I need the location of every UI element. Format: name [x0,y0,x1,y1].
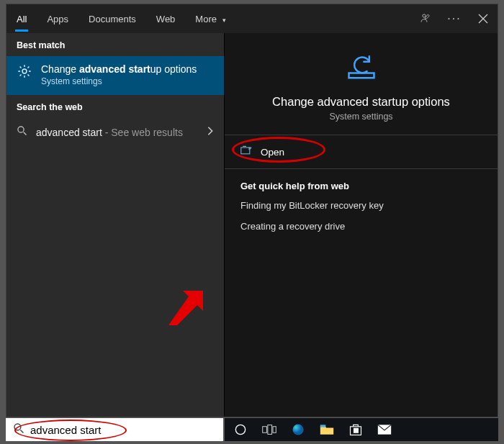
svg-rect-9 [273,427,276,433]
svg-point-10 [293,425,304,435]
search-web-label: Search the web [6,95,224,118]
tab-documents[interactable]: Documents [78,6,146,32]
svg-point-6 [235,425,245,434]
bm-subtitle: System settings [41,76,197,86]
svg-rect-3 [241,148,250,154]
svg-rect-14 [356,428,359,430]
web-result-term: advanced start [36,127,102,138]
feedback-icon[interactable] [411,4,440,33]
svg-rect-11 [320,425,326,427]
svg-point-2 [18,127,24,132]
svg-rect-8 [268,425,272,435]
results-body: Best match Change advanced startup optio… [6,33,498,417]
file-explorer-icon[interactable] [314,420,340,440]
detail-header: Change advanced startup options System s… [225,33,498,135]
edge-icon[interactable] [285,420,311,440]
chevron-down-icon: ▾ [222,17,226,24]
web-result-hint: - See web results [102,127,183,138]
tab-web[interactable]: Web [146,6,186,32]
tab-more-label: More [195,14,217,24]
settings-icon [17,63,32,82]
tab-apps[interactable]: Apps [37,6,78,32]
web-result-text: advanced start - See web results [36,127,198,138]
search-input[interactable] [30,424,216,436]
open-action[interactable]: Open [225,135,498,169]
detail-subtitle: System settings [329,112,392,122]
bm-title-prefix: Change [41,63,79,75]
best-match-text: Change advanced startup options System s… [41,63,197,86]
bm-title-bold: advanced start [79,63,150,75]
svg-point-5 [14,424,21,430]
open-label: Open [261,147,284,158]
svg-point-1 [22,69,27,73]
quick-link[interactable]: Finding my BitLocker recovery key [240,200,482,211]
quick-help-heading: Get quick help from web [240,181,482,191]
search-icon [13,422,24,437]
detail-title: Change advanced startup options [272,95,450,109]
quick-link[interactable]: Creating a recovery drive [240,221,482,232]
detail-pane: Change advanced startup options System s… [224,33,498,417]
cortana-icon[interactable] [228,420,253,440]
bm-title-suffix: up options [150,63,197,75]
best-match-item[interactable]: Change advanced startup options System s… [6,56,224,95]
svg-rect-15 [354,431,356,433]
tab-all[interactable]: All [6,6,37,32]
svg-rect-13 [354,428,356,430]
search-box[interactable] [6,418,223,441]
taskbar [225,418,498,441]
svg-rect-7 [263,427,267,433]
open-icon [240,145,252,158]
more-options-icon[interactable]: ··· [440,4,469,33]
results-list: Best match Change advanced startup optio… [6,33,224,417]
close-button[interactable] [469,4,498,33]
quick-help: Get quick help from web Finding my BitLo… [225,169,498,253]
mail-icon[interactable] [372,420,397,440]
task-view-icon[interactable] [256,420,282,440]
chevron-right-icon [207,126,214,139]
svg-point-0 [423,14,426,17]
search-icon [17,125,27,139]
best-match-label: Best match [6,33,224,56]
tab-more[interactable]: More ▾ [185,6,235,32]
svg-rect-16 [356,431,359,433]
recovery-icon [343,52,379,86]
search-flyout: All Apps Documents Web More ▾ ··· Best m… [6,4,498,417]
web-result-item[interactable]: advanced start - See web results [6,118,224,146]
window-controls: ··· [411,4,498,33]
store-icon[interactable] [343,420,369,440]
filter-tabs: All Apps Documents Web More ▾ ··· [6,4,498,33]
